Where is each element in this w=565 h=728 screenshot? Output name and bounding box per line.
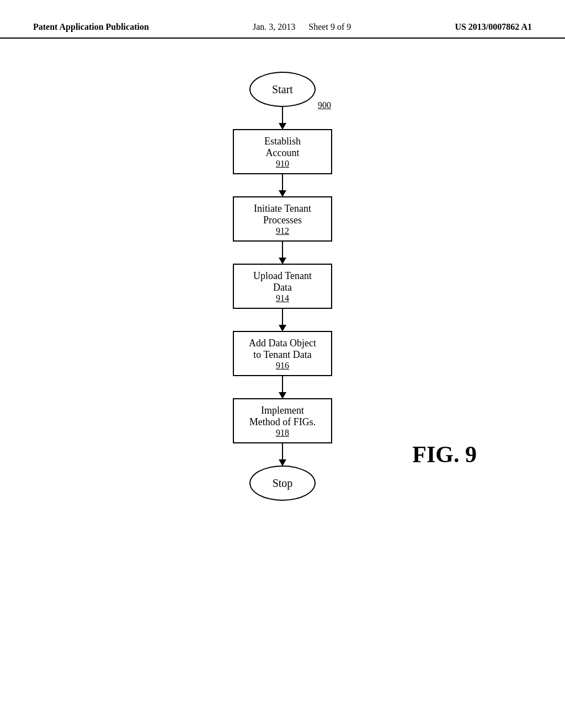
start-node: Start 900: [249, 72, 316, 107]
implement-rect: Implement Method of FIGs. 918: [233, 398, 332, 443]
upload-node: Upload Tenant Data 914: [233, 264, 332, 309]
implement-node: Implement Method of FIGs. 918: [233, 398, 332, 443]
fig-label: FIG. 9: [412, 441, 477, 468]
upload-line2: Data: [273, 282, 292, 293]
upload-ref: 914: [276, 293, 289, 303]
initiate-line1: Initiate Tenant: [254, 203, 311, 215]
stop-label: Stop: [273, 477, 293, 490]
start-ref: 900: [318, 100, 331, 110]
stop-oval: Stop: [249, 465, 316, 501]
arrow-6: [282, 443, 283, 465]
start-oval: Start 900: [249, 72, 316, 107]
implement-line2: Method of FIGs.: [249, 416, 316, 428]
initiate-node: Initiate Tenant Processes 912: [233, 196, 332, 242]
page-header: Patent Application Publication Jan. 3, 2…: [0, 0, 565, 39]
arrow-5: [282, 376, 283, 398]
add-line2: to Tenant Data: [253, 349, 311, 361]
flowchart-container: Start 900 Establish Account 910 Initiate…: [0, 72, 565, 501]
add-ref: 916: [276, 361, 289, 371]
upload-line1: Upload Tenant: [253, 270, 312, 282]
implement-line1: Implement: [261, 405, 304, 416]
establish-line2: Account: [266, 147, 300, 159]
header-center: Jan. 3, 2013 Sheet 9 of 9: [253, 22, 351, 32]
establish-rect: Establish Account 910: [233, 129, 332, 174]
establish-ref: 910: [276, 159, 289, 169]
patent-number: US 2013/0007862 A1: [455, 22, 532, 32]
add-line1: Add Data Object: [249, 338, 316, 349]
establish-node: Establish Account 910: [233, 129, 332, 174]
establish-line1: Establish: [264, 136, 301, 147]
upload-rect: Upload Tenant Data 914: [233, 264, 332, 309]
arrow-3: [282, 242, 283, 264]
stop-node: Stop: [249, 465, 316, 501]
arrow-2: [282, 174, 283, 196]
add-rect: Add Data Object to Tenant Data 916: [233, 331, 332, 376]
initiate-rect: Initiate Tenant Processes 912: [233, 196, 332, 242]
date-label: Jan. 3, 2013: [253, 22, 295, 31]
initiate-ref: 912: [276, 226, 289, 236]
sheet-label: Sheet 9 of 9: [308, 22, 351, 31]
arrow-4: [282, 309, 283, 331]
arrow-1: [282, 107, 283, 129]
add-node: Add Data Object to Tenant Data 916: [233, 331, 332, 376]
publication-label: Patent Application Publication: [33, 22, 149, 32]
start-label: Start: [272, 83, 293, 96]
implement-ref: 918: [276, 428, 289, 438]
initiate-line2: Processes: [263, 215, 302, 226]
